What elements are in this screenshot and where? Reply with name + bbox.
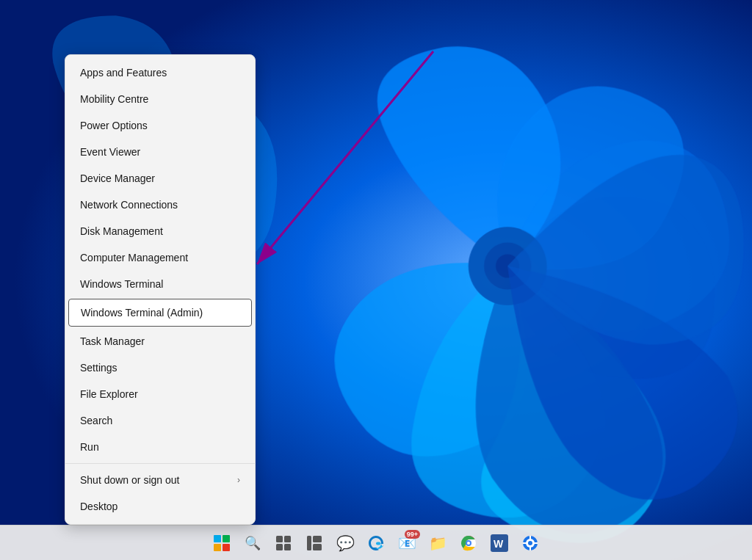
explorer-icon: 📁 bbox=[427, 533, 448, 553]
menu-item-windows-terminal-admin[interactable]: Windows Terminal (Admin) bbox=[68, 299, 252, 327]
menu-item-run[interactable]: Run bbox=[65, 434, 255, 460]
mail-badge: 99+ bbox=[405, 530, 420, 539]
taskbar-teams-button[interactable]: 💬 bbox=[330, 528, 360, 558]
menu-item-computer-management[interactable]: Computer Management bbox=[65, 244, 255, 271]
taskbar-chrome-button[interactable] bbox=[454, 528, 483, 558]
svg-rect-6 bbox=[276, 536, 283, 542]
taskbar-search-button[interactable]: 🔍 bbox=[238, 528, 267, 558]
edge-icon bbox=[366, 533, 386, 553]
chrome-icon bbox=[458, 533, 479, 553]
context-menu: Apps and Features Mobility Centre Power … bbox=[65, 54, 256, 525]
task-view-icon bbox=[273, 533, 294, 553]
menu-item-desktop[interactable]: Desktop bbox=[65, 493, 255, 520]
svg-rect-10 bbox=[307, 536, 311, 550]
taskbar-word-button[interactable]: W bbox=[485, 528, 514, 558]
taskbar-edge-button[interactable] bbox=[361, 528, 391, 558]
menu-item-shut-down[interactable]: Shut down or sign out › bbox=[65, 467, 255, 493]
menu-item-search[interactable]: Search bbox=[65, 407, 255, 434]
search-icon: 🔍 bbox=[242, 533, 263, 553]
chrome-alt-icon bbox=[520, 533, 540, 553]
snap-icon bbox=[304, 533, 325, 553]
menu-item-settings[interactable]: Settings bbox=[65, 354, 255, 381]
menu-divider bbox=[65, 463, 255, 464]
menu-item-network-connections[interactable]: Network Connections bbox=[65, 192, 255, 218]
svg-rect-7 bbox=[284, 536, 291, 542]
svg-point-21 bbox=[528, 541, 532, 545]
menu-item-device-manager[interactable]: Device Manager bbox=[65, 165, 255, 192]
taskbar-snap-button[interactable] bbox=[300, 528, 329, 558]
menu-item-disk-management[interactable]: Disk Management bbox=[65, 218, 255, 244]
svg-point-16 bbox=[467, 542, 470, 545]
taskbar-mail-button[interactable]: 📧 99+ bbox=[392, 528, 422, 558]
submenu-arrow-icon: › bbox=[237, 475, 240, 485]
menu-item-file-explorer[interactable]: File Explorer bbox=[65, 381, 255, 407]
menu-item-event-viewer[interactable]: Event Viewer bbox=[65, 139, 255, 165]
taskbar-task-view-button[interactable] bbox=[269, 528, 298, 558]
svg-rect-8 bbox=[276, 544, 283, 550]
svg-rect-12 bbox=[313, 544, 322, 550]
menu-item-power-options[interactable]: Power Options bbox=[65, 112, 255, 139]
menu-item-apps-features[interactable]: Apps and Features bbox=[65, 59, 255, 86]
menu-item-mobility-centre[interactable]: Mobility Centre bbox=[65, 86, 255, 112]
word-icon: W bbox=[489, 533, 510, 553]
windows-logo-icon bbox=[214, 535, 230, 551]
taskbar: 🔍 💬 bbox=[0, 525, 752, 560]
svg-text:W: W bbox=[494, 538, 504, 550]
menu-item-windows-terminal[interactable]: Windows Terminal bbox=[65, 271, 255, 297]
taskbar-center: 🔍 💬 bbox=[207, 528, 545, 558]
svg-rect-9 bbox=[284, 544, 291, 550]
teams-icon: 💬 bbox=[335, 533, 355, 553]
menu-item-task-manager[interactable]: Task Manager bbox=[65, 328, 255, 354]
start-button[interactable] bbox=[207, 528, 236, 558]
taskbar-explorer-button[interactable]: 📁 bbox=[423, 528, 452, 558]
svg-rect-11 bbox=[313, 536, 322, 542]
taskbar-chrome2-button[interactable] bbox=[516, 528, 545, 558]
